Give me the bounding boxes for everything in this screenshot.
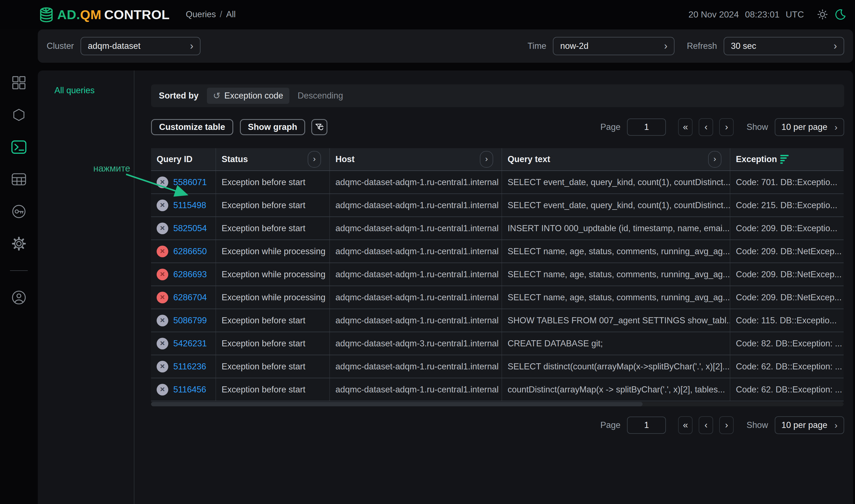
query-id-link[interactable]: 5825054 [173, 223, 207, 233]
time-range-value: now-2d [560, 41, 589, 51]
query-id-link[interactable]: 5086799 [173, 316, 207, 326]
cluster-select[interactable]: adqm-dataset › [81, 37, 200, 55]
query-id-cell: ✕5825054 [151, 217, 216, 239]
sidebar-item-tables[interactable] [11, 172, 27, 186]
column-header-query-text: Query text › [502, 148, 730, 170]
query-id-cell: ✕5116236 [151, 355, 216, 378]
breadcrumb-separator: / [220, 10, 223, 19]
table-row: ✕5586071Exception before startadqmc-data… [151, 171, 843, 194]
sidebar-item-queries[interactable] [11, 140, 27, 154]
horizontal-scrollbar[interactable] [151, 402, 843, 406]
per-page-select[interactable]: 10 per page › [775, 416, 844, 434]
query-id-cell: ✕6286693 [151, 263, 216, 286]
sidebar-item-account[interactable] [11, 290, 27, 305]
first-page-button[interactable]: « [678, 416, 693, 434]
refresh-label: Refresh [687, 41, 717, 51]
sidebar-item-cluster[interactable] [11, 108, 27, 122]
query-text-cell: countDistinct(arrayMap(x -> splitByChar(… [502, 378, 730, 401]
page-number-input[interactable] [627, 119, 666, 136]
exception-status-icon: ✕ [157, 222, 168, 234]
column-header-host: Host › [330, 148, 502, 170]
scrollbar-thumb[interactable] [151, 402, 643, 406]
dark-theme-button[interactable] [835, 8, 847, 20]
top-header: AD.QMCONTROL Queries / All 20 Nov 2024 0… [0, 0, 855, 29]
status-cell: Exception before start [216, 355, 330, 378]
query-id-link[interactable]: 5116236 [173, 362, 206, 372]
customize-table-button[interactable]: Customize table [151, 119, 233, 135]
query-text-cell: SELECT name, age, status, comments, runn… [502, 240, 730, 263]
sidebar-item-settings[interactable] [11, 236, 27, 251]
query-text-cell: SELECT event_date, query_kind, count(1),… [502, 194, 730, 216]
query-id-cell: ✕5116456 [151, 378, 216, 401]
exception-cell: Code: 209. DB::NetExcep... [730, 286, 843, 309]
query-id-link[interactable]: 6286704 [173, 292, 207, 303]
table-row: ✕6286704Exception while processingadqmc-… [151, 286, 843, 309]
current-datetime: 20 Nov 2024 08:23:01 UTC [688, 10, 804, 20]
refresh-interval-select[interactable]: 30 sec › [723, 37, 844, 55]
per-page-select[interactable]: 10 per page › [775, 118, 844, 136]
exception-cell: Code: 62. DB::Exception: ... [730, 378, 843, 401]
sidebar-divider [10, 270, 28, 271]
status-cell: Exception before start [216, 309, 330, 332]
exception-cell: Code: 209. DB::NetExcep... [730, 240, 843, 263]
sidebar-item-dashboard[interactable] [11, 75, 27, 90]
sort-descending-icon[interactable] [780, 155, 789, 164]
table-header-row: Query ID Status › Host › Q [151, 148, 843, 171]
show-graph-button[interactable]: Show graph [240, 119, 305, 135]
expand-query-text-column-button[interactable]: › [708, 151, 721, 168]
sort-field-chip[interactable]: ↺ Exception code [207, 88, 289, 104]
logo-ad: AD. [57, 7, 80, 22]
host-cell: adqmc-dataset-adqm-3.ru-central1.interna… [330, 332, 502, 355]
breadcrumb-section[interactable]: Queries [186, 10, 216, 19]
table-row: ✕5115498Exception before startadqmc-data… [151, 194, 843, 217]
chevron-right-icon: › [190, 41, 193, 51]
query-id-link[interactable]: 5116456 [173, 385, 206, 395]
expand-host-column-button[interactable]: › [480, 151, 493, 168]
page-number-input[interactable] [627, 417, 666, 434]
previous-page-button[interactable]: ‹ [699, 118, 713, 136]
per-page-value: 10 per page [781, 122, 827, 132]
current-timezone: UTC [786, 10, 804, 20]
chevron-right-icon: › [664, 41, 667, 51]
light-theme-button[interactable] [817, 8, 828, 20]
reset-filters-button[interactable] [311, 119, 327, 135]
first-page-button[interactable]: « [678, 118, 693, 136]
host-cell: adqmc-dataset-adqm-1.ru-central1.interna… [330, 240, 502, 263]
table-body: ✕5586071Exception before startadqmc-data… [151, 171, 843, 401]
host-cell: adqmc-dataset-adqm-1.ru-central1.interna… [330, 286, 502, 309]
query-id-link[interactable]: 5586071 [173, 177, 207, 187]
tables-icon [12, 173, 27, 186]
query-id-link[interactable]: 6286693 [173, 269, 207, 280]
breadcrumb-page[interactable]: All [226, 10, 235, 19]
query-text-cell: SHOW TABLES FROM 007_agent SETTINGS show… [502, 309, 730, 332]
query-id-cell: ✕6286704 [151, 286, 216, 309]
table-row: ✕6286650Exception while processingadqmc-… [151, 240, 843, 263]
error-status-icon: ✕ [157, 292, 168, 303]
main-panel: All queries Sorted by ↺ Exception code D… [38, 71, 853, 504]
next-page-button[interactable]: › [719, 416, 734, 434]
next-page-button[interactable]: › [719, 118, 734, 136]
chevron-right-icon: › [835, 420, 838, 430]
annotation-click-label: нажмите [93, 163, 130, 174]
chevron-right-icon: › [313, 154, 316, 165]
exception-cell: Code: 209. DB::NetExcep... [730, 263, 843, 286]
expand-status-column-button[interactable]: › [308, 151, 321, 168]
query-id-link[interactable]: 5426231 [173, 339, 207, 348]
query-id-link[interactable]: 5115498 [173, 200, 206, 210]
query-id-link[interactable]: 6286650 [173, 247, 207, 256]
host-cell: adqmc-dataset-adqm-1.ru-central1.interna… [330, 171, 502, 194]
previous-page-button[interactable]: ‹ [699, 416, 713, 434]
time-range-select[interactable]: now-2d › [553, 37, 675, 55]
page-label: Page [600, 122, 621, 132]
error-status-icon: ✕ [157, 246, 168, 257]
queries-terminal-icon [11, 140, 27, 154]
host-cell: adqmc-dataset-adqm-1.ru-central1.interna… [330, 194, 502, 216]
nav-item-all-queries[interactable]: All queries [54, 86, 95, 95]
sort-field-value: Exception code [224, 91, 283, 101]
reset-sort-icon: ↺ [213, 90, 221, 101]
cluster-value: adqm-dataset [88, 41, 140, 51]
sun-icon [817, 8, 828, 20]
per-page-value: 10 per page [781, 420, 827, 430]
queries-table: Query ID Status › Host › Q [151, 148, 843, 406]
sidebar-item-keys[interactable] [11, 204, 27, 219]
